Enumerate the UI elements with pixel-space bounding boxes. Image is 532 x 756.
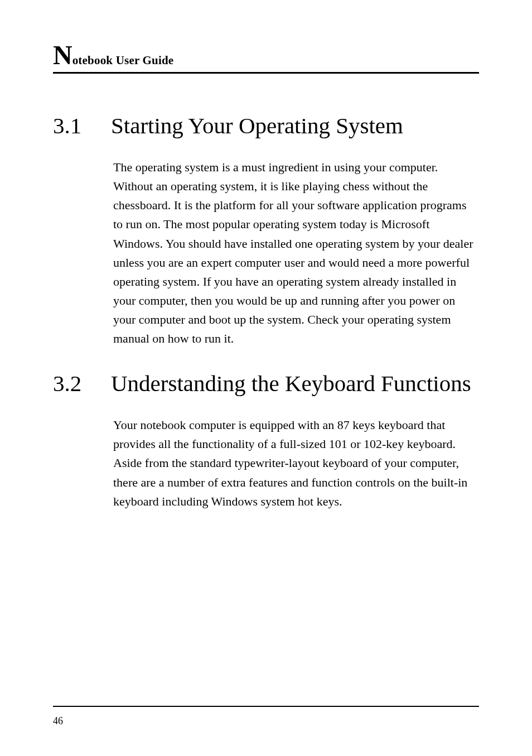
section-title: Starting Your Operating System [111, 113, 479, 139]
header-text: otebook User Guide [72, 54, 174, 67]
page: Notebook User Guide 3.1 Starting Your Op… [0, 0, 532, 756]
section-3-2: 3.2 Understanding the Keyboard Functions… [53, 370, 479, 511]
section-3-1: 3.1 Starting Your Operating System The o… [53, 113, 479, 348]
section-body: Your notebook computer is equipped with … [113, 416, 479, 511]
section-number: 3.2 [53, 370, 93, 397]
section-body: The operating system is a must ingredien… [113, 158, 479, 348]
running-header: Notebook User Guide [53, 42, 479, 74]
section-heading: 3.1 Starting Your Operating System [53, 113, 479, 139]
header-dropcap: N [53, 40, 72, 70]
page-number: 46 [53, 715, 63, 727]
footer-rule [53, 706, 479, 707]
section-number: 3.1 [53, 113, 93, 139]
section-title: Understanding the Keyboard Functions [111, 370, 479, 397]
section-heading: 3.2 Understanding the Keyboard Functions [53, 370, 479, 397]
